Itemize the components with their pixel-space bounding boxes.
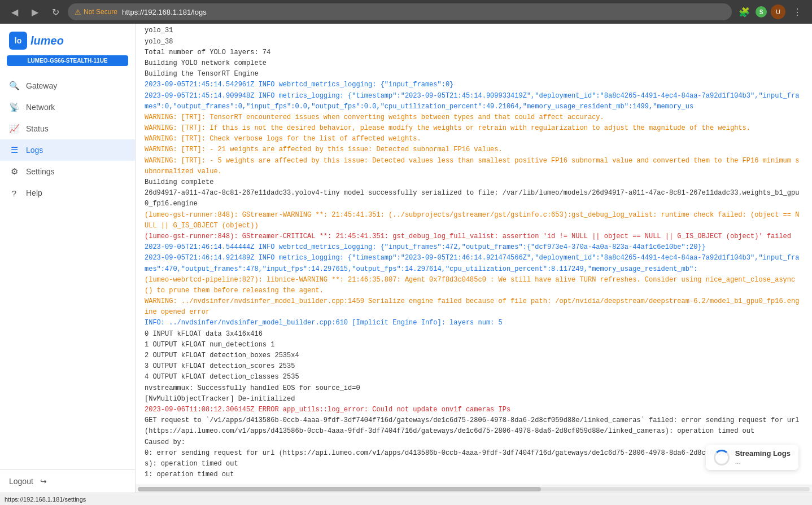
streaming-dots: ... xyxy=(735,458,791,466)
status-url: https://192.168.1.181/settings xyxy=(5,496,86,503)
log-line: WARNING: [TRT]: TensorRT encountered iss… xyxy=(145,112,803,123)
sidebar-item-help[interactable]: ? Help xyxy=(0,182,135,204)
extensions-button[interactable]: 🧩 xyxy=(736,4,752,20)
sidebar-item-settings[interactable]: ⚙ Settings xyxy=(0,161,135,182)
extension-circle: S xyxy=(756,6,767,17)
sidebar-item-logs[interactable]: ☰ Logs xyxy=(0,139,135,161)
sidebar: lo lumeo LUMEO-GS66-STEALTH-11UE 🔍 Gatew… xyxy=(0,24,136,493)
streaming-spinner xyxy=(714,450,730,466)
log-line: (lumeo-gst-runner:848): GStreamer-WARNIN… xyxy=(145,210,803,231)
sidebar-item-label: Logs xyxy=(26,146,43,155)
log-line: WARNING: [TRT]: - 21 weights are affecte… xyxy=(145,144,803,155)
log-line: 2023-09-05T21:46:14.544444Z INFO webrtcd… xyxy=(145,242,803,253)
lumeo-logo: lo lumeo xyxy=(9,32,64,50)
forward-button[interactable]: ▶ xyxy=(27,4,43,20)
log-line: WARNING: ../nvdsinfer/nvdsinfer_model_bu… xyxy=(145,296,803,318)
url-display: https://192.168.1.181/logs xyxy=(122,8,207,16)
gateway-icon: 🔍 xyxy=(9,81,19,91)
log-line: 1 OUTPUT kFLOAT num_detections 1 xyxy=(145,340,803,350)
sidebar-logout: Logout ↪ xyxy=(0,469,135,493)
address-bar[interactable]: ⚠ Not Secure https://192.168.1.181/logs xyxy=(68,3,732,20)
sidebar-item-status[interactable]: 📈 Status xyxy=(0,118,135,139)
scrollbar-track[interactable] xyxy=(138,487,810,491)
log-line: WARNING: [TRT]: - 5 weights are affected… xyxy=(145,156,803,177)
log-area: yolo_31yolo_38Total number of YOLO layer… xyxy=(136,24,812,493)
streaming-label: Streaming Logs xyxy=(735,449,791,458)
log-line: [NvMultiObjectTracker] De-initialized xyxy=(145,394,803,405)
not-secure-label: Not Secure xyxy=(84,8,117,16)
log-line: nvstreammux: Successfully handled EOS fo… xyxy=(145,383,803,394)
log-line: INFO: ../nvdsinfer/nvdsinfer_model_build… xyxy=(145,318,803,328)
log-line: 2023-09-05T21:45:14.909948Z INFO metrics… xyxy=(145,91,803,112)
avatar: U xyxy=(771,5,785,19)
status-icon: 📈 xyxy=(9,124,19,134)
log-content[interactable]: yolo_31yolo_38Total number of YOLO layer… xyxy=(136,24,812,485)
network-icon: 📡 xyxy=(9,102,19,112)
log-line: 2023-09-06T11:08:12.306145Z ERROR app_ut… xyxy=(145,405,803,415)
streaming-overlay: Streaming Logs ... xyxy=(706,445,798,470)
log-line: yolo_31 xyxy=(145,25,803,36)
log-scrollbar[interactable] xyxy=(136,485,812,493)
log-line: 3 OUTPUT kFLOAT detection_scores 2535 xyxy=(145,361,803,372)
sidebar-item-label: Status xyxy=(26,124,49,133)
log-line: 4 OUTPUT kFLOAT detection_classes 2535 xyxy=(145,372,803,383)
streaming-text: Streaming Logs ... xyxy=(735,449,791,466)
reload-button[interactable]: ↻ xyxy=(47,4,63,20)
sidebar-nav: 🔍 Gateway 📡 Network 📈 Status ☰ Logs ⚙ Se… xyxy=(0,73,135,469)
sidebar-item-label: Help xyxy=(26,188,42,197)
log-line: 2023-09-05T21:45:14.542961Z INFO webrtcd… xyxy=(145,80,803,90)
sidebar-logo: lo lumeo xyxy=(0,24,135,55)
logout-label: Logout xyxy=(9,477,33,486)
scrollbar-thumb[interactable] xyxy=(138,487,541,491)
log-line: 2 OUTPUT kFLOAT detection_boxes 2535x4 xyxy=(145,350,803,361)
app-layout: lo lumeo LUMEO-GS66-STEALTH-11UE 🔍 Gatew… xyxy=(0,24,812,493)
status-bar: https://192.168.1.181/settings xyxy=(0,493,812,505)
log-line: Building complete xyxy=(145,177,803,188)
log-line: Total number of YOLO layers: 74 xyxy=(145,47,803,58)
log-line: Caused by: xyxy=(145,437,803,448)
log-line: 1: operation timed out xyxy=(145,469,803,480)
browser-chrome: ◀ ▶ ↻ ⚠ Not Secure https://192.168.1.181… xyxy=(0,0,812,24)
log-line: (lumeo-gst-runner:848): GStreamer-CRITIC… xyxy=(145,231,803,242)
log-line: (lumeo-webrtcd-pipeline:827): libnice-WA… xyxy=(145,275,803,296)
logo-text: lumeo xyxy=(30,34,64,47)
sidebar-item-label: Gateway xyxy=(26,81,57,90)
log-line: WARNING: [TRT]: Check verbose logs for t… xyxy=(145,134,803,144)
help-icon: ? xyxy=(9,188,19,198)
browser-actions: 🧩 S U ⋮ xyxy=(736,4,805,20)
log-line: yolo_38 xyxy=(145,37,803,47)
sidebar-item-network[interactable]: 📡 Network xyxy=(0,96,135,118)
log-line: 2023-09-05T21:46:14.921489Z INFO metrics… xyxy=(145,253,803,274)
log-line: 26d94917-a011-47ac-8c81-267e11dadc33.yol… xyxy=(145,188,803,209)
device-badge: LUMEO-GS66-STEALTH-11UE xyxy=(7,55,128,66)
back-button[interactable]: ◀ xyxy=(7,4,23,20)
log-line: Building YOLO network complete xyxy=(145,58,803,69)
sidebar-item-label: Settings xyxy=(26,167,55,176)
logo-icon: lo xyxy=(9,32,27,50)
logout-icon: ↪ xyxy=(40,477,47,486)
profile-button[interactable]: U xyxy=(770,4,786,20)
log-line: Building the TensorRT Engine xyxy=(145,69,803,80)
menu-button[interactable]: ⋮ xyxy=(789,4,805,20)
settings-icon: ⚙ xyxy=(9,166,19,177)
log-line: GET request to `/v1/apps/d413586b-0ccb-4… xyxy=(145,415,803,437)
log-line: 0: error sending request for url (https:… xyxy=(145,448,803,469)
sidebar-item-gateway[interactable]: 🔍 Gateway xyxy=(0,75,135,96)
sidebar-item-label: Network xyxy=(26,103,55,112)
warning-icon: ⚠ xyxy=(75,8,81,16)
logout-button[interactable]: Logout ↪ xyxy=(9,477,126,486)
log-line: WARNING: [TRT]: If this is not the desir… xyxy=(145,123,803,134)
log-line: 0 INPUT kFLOAT data 3x416x416 xyxy=(145,329,803,340)
logs-icon: ☰ xyxy=(9,145,19,155)
not-secure-indicator: ⚠ Not Secure xyxy=(75,8,117,16)
